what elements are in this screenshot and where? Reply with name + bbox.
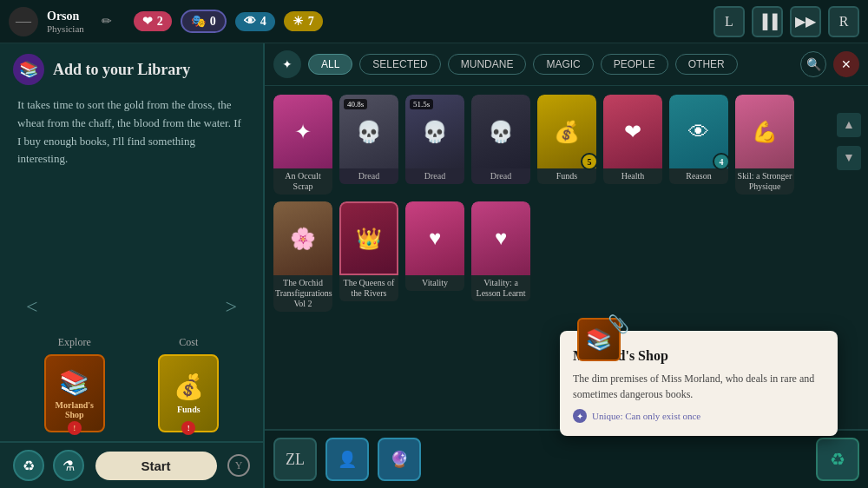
scroll-up[interactable]: ▲	[837, 113, 861, 137]
btn-l[interactable]: L	[713, 6, 745, 37]
card-icon: 🌸	[290, 227, 316, 251]
card-reason[interactable]: 👁 4 Reason	[669, 95, 728, 195]
card-name: Vitality	[405, 275, 464, 291]
card-funds[interactable]: 💰 5 Funds	[537, 95, 596, 195]
close-button[interactable]: —	[9, 7, 38, 36]
tooltip-unique: ✦ Unique: Can only exist once	[573, 409, 825, 423]
card-name: Vitality: a Lesson Learnt	[471, 275, 530, 301]
card-icon: ♥	[495, 227, 507, 250]
btn-pause[interactable]: ▐▐	[752, 6, 783, 37]
card-skil[interactable]: 💪 Skil: a Stronger Physique	[735, 95, 794, 195]
card-image: 💀 40.8s	[339, 95, 398, 168]
card-name: Dread	[471, 168, 530, 184]
card-name: Reason	[669, 168, 728, 184]
shop-name: Morland's Shop	[46, 400, 103, 419]
stat-sun: ☀ 7	[284, 11, 323, 31]
tooltip-clip: 📎	[608, 313, 629, 334]
sun-icon: ☀	[293, 14, 304, 29]
close-filter-button[interactable]: ✕	[833, 51, 859, 77]
card-vitality-lesson[interactable]: ♥ Vitality: a Lesson Learnt	[471, 201, 530, 312]
stat-mask: 🎭 0	[181, 10, 227, 33]
funds-icon: 💰	[174, 373, 204, 401]
filter-people[interactable]: PEOPLE	[601, 54, 668, 75]
card-icon: ✦	[294, 120, 312, 144]
card-icon: ❤	[624, 120, 641, 144]
filter-other[interactable]: OTHER	[675, 54, 738, 75]
cost-card[interactable]: 💰 Funds !	[158, 354, 219, 432]
player-name: Orson	[47, 10, 84, 23]
tooltip-popup: 📚 📎 Morland's Shop The dim premises of M…	[560, 331, 838, 436]
recycle-icon-btn[interactable]: ♻	[13, 450, 44, 481]
filter-magic[interactable]: MAGIC	[533, 54, 593, 75]
card-icon: ♥	[429, 227, 441, 250]
card-icon: 💀	[488, 120, 514, 144]
card-orchid[interactable]: 🌸 The Orchid Transfigurations, Vol 2	[273, 201, 332, 312]
edit-icon[interactable]: ✏	[102, 14, 112, 29]
filter-all[interactable]: ALL	[308, 54, 352, 75]
card-name: Dread	[339, 168, 398, 184]
card-image: 💪	[735, 95, 794, 168]
filter-mundane[interactable]: MUNDANE	[448, 54, 527, 75]
player-info: Orson Physician	[47, 10, 84, 34]
nav-next[interactable]: >	[212, 291, 250, 323]
explore-card[interactable]: 📚 Morland's Shop !	[44, 354, 105, 432]
nav-prev[interactable]: <	[13, 291, 51, 323]
btn-forward[interactable]: ▶▶	[790, 6, 821, 37]
card-occult-scrap[interactable]: ✦ An Occult Scrap	[273, 95, 332, 195]
card-image: ♥	[471, 201, 530, 275]
card-image: 💀	[471, 95, 530, 168]
stat-eye: 👁 4	[235, 12, 275, 31]
card-timer: 40.8s	[344, 99, 367, 109]
card-dread-3[interactable]: 💀 Dread	[471, 95, 530, 195]
card-name: The Orchid Transfigurations, Vol 2	[273, 275, 332, 312]
card-name: Funds	[537, 168, 596, 184]
card-name: An Occult Scrap	[273, 168, 332, 195]
bottom-icons: ♻ ⚗	[13, 450, 84, 481]
panel-body-text: It takes time to sort the gold from the …	[17, 96, 246, 168]
card-queens-rivers[interactable]: 👑 The Queens of the Rivers	[339, 201, 398, 312]
card-dread-2[interactable]: 💀 51.5s Dread	[405, 95, 464, 195]
explore-slot: Explore 📚 Morland's Shop !	[44, 336, 105, 432]
filter-selected[interactable]: SELECTED	[359, 54, 440, 75]
start-button[interactable]: Start	[95, 452, 217, 480]
top-bar-right: L ▐▐ ▶▶ R	[713, 6, 859, 37]
card-image: 💰 5	[537, 95, 596, 168]
potion-icon-btn[interactable]: ⚗	[53, 450, 84, 481]
cost-label: Cost	[179, 336, 198, 349]
btn-zl[interactable]: ZL	[273, 438, 317, 481]
shop-badge: !	[68, 421, 82, 435]
card-image: 👁 4	[669, 95, 728, 168]
tooltip-desc: The dim premises of Miss Morland, who de…	[573, 371, 825, 402]
btn-refresh[interactable]: ♻	[816, 438, 859, 481]
explore-label: Explore	[58, 336, 91, 349]
card-image: ✦	[273, 95, 332, 168]
card-image: ♥	[405, 201, 464, 275]
funds-badge: !	[181, 421, 195, 435]
btn-y[interactable]: Y	[227, 454, 250, 477]
btn-r[interactable]: R	[828, 6, 859, 37]
player-class: Physician	[47, 23, 84, 34]
panel-icon: 📚	[13, 54, 44, 85]
card-icon: 💀	[422, 120, 448, 144]
card-dread-1[interactable]: 💀 40.8s Dread	[339, 95, 398, 195]
panel-nav: < >	[0, 287, 263, 327]
shop-icon: 📚	[59, 368, 89, 397]
card-image: 👑	[339, 201, 398, 275]
bottom-bar-right: ZL 👤 🔮 ♻	[265, 429, 868, 488]
card-icon: 👑	[356, 227, 382, 251]
card-image: 💀 51.5s	[405, 95, 464, 168]
scroll-down[interactable]: ▼	[837, 146, 861, 170]
btn-orb[interactable]: 🔮	[378, 438, 421, 481]
heart-value: 2	[157, 15, 163, 29]
eye-icon: 👁	[244, 15, 256, 29]
card-health[interactable]: ❤ Health	[603, 95, 662, 195]
search-button[interactable]: 🔍	[800, 51, 826, 77]
mask-value: 0	[210, 15, 216, 29]
btn-character[interactable]: 👤	[326, 438, 369, 481]
right-panel: ✦ ALL SELECTED MUNDANE MAGIC PEOPLE OTHE…	[265, 43, 868, 488]
panel-body: It takes time to sort the gold from the …	[0, 92, 263, 287]
card-vitality[interactable]: ♥ Vitality	[405, 201, 464, 312]
eye-value: 4	[260, 15, 266, 29]
filter-bar: ✦ ALL SELECTED MUNDANE MAGIC PEOPLE OTHE…	[265, 43, 868, 86]
panel-header: 📚 Add to your Library	[0, 43, 263, 92]
